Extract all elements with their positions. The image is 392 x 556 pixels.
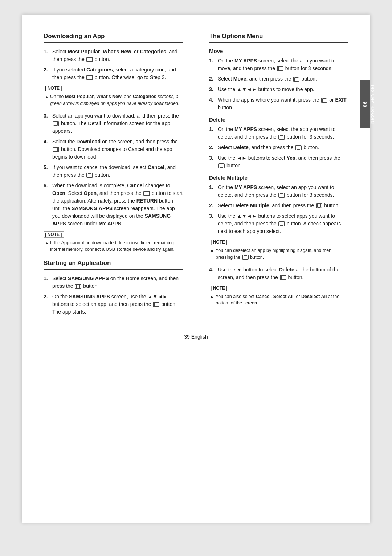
note-item-1: On the Most Popular, What's New, and Cat… — [44, 93, 183, 107]
step-5: 5. If you want to cancel the download, s… — [44, 164, 183, 179]
step-1: 1. Select Most Popular, What's New, or C… — [44, 48, 183, 63]
main-content: Downloading an App 1. Select Most Popula… — [44, 33, 348, 319]
starting-steps: 1. Select SAMSUNG APPS on the Home scree… — [44, 275, 183, 316]
start-step-2: 2. On the SAMSUNG APPS screen, use the ▲… — [44, 293, 183, 316]
dm-step-1: 1. On the MY APPS screen, select an app … — [209, 184, 348, 199]
step-4: 4. Select the Download on the screen, an… — [44, 138, 183, 161]
section-downloading: Downloading an App 1. Select Most Popula… — [44, 33, 183, 253]
delete-step-1: 1. On the MY APPS screen, select the app… — [209, 126, 348, 141]
section-starting-title: Starting an Application — [44, 259, 183, 270]
button-icon — [295, 145, 302, 150]
note-dm-2: | NOTE | You can also select Cancel, Sel… — [209, 285, 348, 307]
note-item-dm1: You can deselect an app by highlighting … — [209, 247, 348, 261]
button-icon — [278, 135, 285, 140]
language: English — [191, 334, 208, 340]
button-icon — [86, 173, 93, 178]
dm-step-4: 4. Use the ▼ button to select Delete at … — [209, 266, 348, 281]
button-icon — [242, 255, 249, 260]
step-3: 3. Select an app you want to download, a… — [44, 112, 183, 135]
button-icon — [321, 98, 327, 103]
downloading-steps-2: 3. Select an app you want to download, a… — [44, 112, 183, 228]
step-6: 6. When the download is complete, Cancel… — [44, 182, 183, 228]
button-icon — [86, 57, 93, 62]
button-icon — [278, 221, 285, 226]
section-starting: Starting an Application 1. Select SAMSUN… — [44, 259, 183, 316]
note-2: | NOTE | If the App cannot be downloaded… — [44, 231, 183, 253]
move-step-4: 4. When the app is where you want it, pr… — [209, 96, 348, 111]
button-icon — [53, 121, 59, 126]
move-step-2: 2. Select Move, and then press the butto… — [209, 75, 348, 83]
delete-steps: 1. On the MY APPS screen, select the app… — [209, 126, 348, 169]
chapter-tab: 06 Network Services — [360, 80, 370, 128]
button-icon — [218, 163, 225, 168]
section-downloading-title: Downloading an App — [44, 33, 183, 43]
move-step-1: 1. On the MY APPS screen, select the app… — [209, 57, 348, 72]
page-number: 39 — [184, 334, 190, 340]
button-icon — [53, 147, 59, 152]
downloading-steps-1: 1. Select Most Popular, What's New, or C… — [44, 48, 183, 81]
button-icon — [153, 302, 159, 307]
button-icon — [280, 275, 286, 280]
step-2: 2. If you selected Categories, select a … — [44, 66, 183, 81]
chapter-title-vertical: Network Services — [370, 84, 375, 124]
delete-multiple-title: Delete Multiple — [209, 175, 348, 181]
move-steps: 1. On the MY APPS screen, select the app… — [209, 57, 348, 111]
button-icon — [277, 66, 283, 71]
move-step-3: 3. Use the ▲▼◄► buttons to move the app. — [209, 86, 348, 93]
button-icon — [316, 203, 322, 208]
note-1: | NOTE | On the Most Popular, What's New… — [44, 85, 183, 107]
delete-title: Delete — [209, 116, 348, 123]
left-column: Downloading an App 1. Select Most Popula… — [44, 33, 187, 319]
dm-step-3: 3. Use the ▲▼◄► buttons to select apps y… — [209, 212, 348, 235]
button-icon — [75, 284, 81, 289]
note-label-dm1: | NOTE | — [209, 239, 229, 245]
move-title: Move — [209, 48, 348, 54]
delete-step-2: 2. Select Delete, and then press the but… — [209, 144, 348, 151]
subsection-delete: Delete 1. On the MY APPS screen, select … — [209, 116, 348, 169]
note-dm-1: | NOTE | You can deselect an app by high… — [209, 239, 348, 261]
section-options-menu: The Options Menu Move 1. On the MY APPS … — [209, 33, 348, 307]
note-item-dm2: You can also select Cancel, Select All, … — [209, 293, 348, 307]
page-footer: 39 English — [44, 334, 348, 340]
note-label-dm2: | NOTE | — [209, 285, 229, 291]
dm-step-2: 2. Select Delete Multiple, and then pres… — [209, 202, 348, 209]
delete-multiple-steps-2: 4. Use the ▼ button to select Delete at … — [209, 266, 348, 281]
start-step-1: 1. Select SAMSUNG APPS on the Home scree… — [44, 275, 183, 290]
delete-step-3: 3. Use the ◄► buttons to select Yes, and… — [209, 154, 348, 169]
button-icon — [86, 75, 93, 80]
right-column: The Options Menu Move 1. On the MY APPS … — [205, 33, 348, 319]
button-icon — [278, 193, 285, 198]
note-item-2: If the App cannot be downloaded due to i… — [44, 240, 183, 253]
page: 06 Network Services Downloading an App 1… — [22, 15, 370, 523]
button-icon — [293, 77, 299, 82]
button-icon — [143, 191, 150, 196]
chapter-number: 06 — [362, 101, 368, 107]
section-options-title: The Options Menu — [209, 33, 348, 43]
note-label-2: | NOTE | — [44, 231, 64, 238]
delete-multiple-steps: 1. On the MY APPS screen, select an app … — [209, 184, 348, 235]
subsection-move: Move 1. On the MY APPS screen, select th… — [209, 48, 348, 111]
note-label: | NOTE | — [44, 85, 64, 91]
subsection-delete-multiple: Delete Multiple 1. On the MY APPS screen… — [209, 175, 348, 307]
